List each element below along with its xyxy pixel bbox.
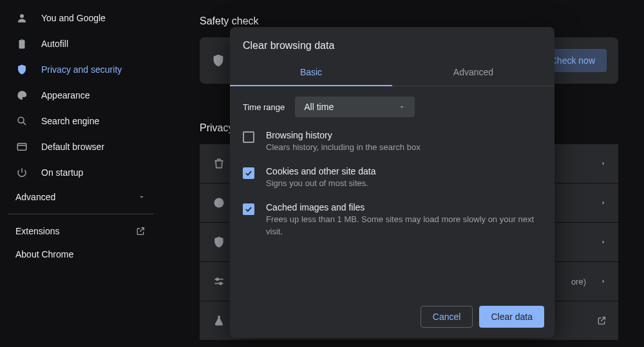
sidebar-item-label: Default browser bbox=[41, 142, 104, 152]
svg-point-8 bbox=[216, 278, 218, 280]
shield-icon bbox=[213, 236, 225, 249]
checkbox-cookies[interactable] bbox=[243, 167, 254, 179]
option-text: Cookies and other site data Signs you ou… bbox=[266, 166, 375, 189]
search-icon bbox=[15, 115, 28, 127]
checkbox-browsing-history[interactable] bbox=[243, 131, 254, 143]
option-desc: Signs you out of most sites. bbox=[266, 178, 375, 189]
sliders-icon bbox=[213, 275, 225, 288]
sidebar-about-link[interactable]: About Chrome bbox=[8, 243, 153, 266]
sidebar-item-you-and-google[interactable]: You and Google bbox=[8, 5, 153, 31]
palette-icon bbox=[15, 89, 28, 102]
option-text: Browsing history Clears history, includi… bbox=[266, 130, 421, 153]
option-text: Cached images and files Frees up less th… bbox=[266, 202, 542, 237]
sidebar-item-appearance[interactable]: Appearance bbox=[8, 82, 153, 108]
checkbox-cached-files[interactable] bbox=[243, 203, 254, 215]
chevron-right-icon bbox=[600, 160, 607, 167]
sidebar-extensions-link[interactable]: Extensions bbox=[8, 220, 153, 243]
svg-point-1 bbox=[18, 117, 24, 123]
chevron-down-icon bbox=[398, 103, 406, 111]
chevron-right-icon bbox=[600, 278, 607, 285]
cookie-icon bbox=[213, 196, 225, 209]
chevron-right-icon bbox=[600, 239, 607, 245]
open-external-icon bbox=[135, 226, 146, 236]
dialog-title: Clear browsing data bbox=[230, 27, 554, 59]
more-suffix-text: ore) bbox=[571, 277, 586, 286]
tab-basic[interactable]: Basic bbox=[230, 59, 392, 86]
sidebar-item-search-engine[interactable]: Search engine bbox=[8, 108, 153, 134]
sidebar-item-label: Autofill bbox=[41, 39, 68, 49]
tab-advanced[interactable]: Advanced bbox=[392, 59, 554, 86]
shield-check-icon bbox=[211, 53, 225, 68]
dialog-tabs: Basic Advanced bbox=[230, 59, 554, 86]
sidebar-item-label: Search engine bbox=[41, 116, 99, 126]
about-label: About Chrome bbox=[15, 249, 73, 259]
option-cached-files[interactable]: Cached images and files Frees up less th… bbox=[230, 196, 554, 243]
shield-icon bbox=[15, 63, 28, 76]
sidebar-item-label: On startup bbox=[41, 167, 83, 178]
power-icon bbox=[15, 166, 28, 179]
clear-browsing-data-dialog: Clear browsing data Basic Advanced Time … bbox=[230, 27, 554, 338]
time-range-row: Time range All time bbox=[230, 86, 554, 124]
svg-point-9 bbox=[220, 283, 222, 285]
time-range-value: All time bbox=[304, 102, 334, 112]
flask-icon bbox=[213, 314, 225, 327]
sidebar-divider bbox=[8, 214, 153, 214]
extensions-label: Extensions bbox=[15, 226, 59, 236]
option-title: Cookies and other site data bbox=[266, 166, 375, 176]
browser-icon bbox=[15, 140, 28, 153]
dialog-actions: Cancel Clear data bbox=[230, 297, 554, 338]
time-range-label: Time range bbox=[243, 102, 285, 112]
svg-line-2 bbox=[23, 122, 26, 125]
option-title: Cached images and files bbox=[266, 202, 542, 212]
svg-rect-3 bbox=[17, 144, 26, 151]
trash-icon bbox=[213, 157, 225, 170]
option-title: Browsing history bbox=[266, 130, 421, 140]
sidebar-item-default-browser[interactable]: Default browser bbox=[8, 134, 153, 160]
cancel-button[interactable]: Cancel bbox=[421, 306, 473, 328]
settings-sidebar: You and Google Autofill Privacy and secu… bbox=[0, 0, 161, 271]
advanced-label: Advanced bbox=[15, 192, 55, 202]
option-browsing-history[interactable]: Browsing history Clears history, includi… bbox=[230, 124, 554, 160]
safety-check-title: Safety check bbox=[200, 15, 618, 27]
open-external-icon bbox=[596, 315, 607, 326]
option-cookies[interactable]: Cookies and other site data Signs you ou… bbox=[230, 160, 554, 196]
chevron-right-icon bbox=[600, 200, 607, 206]
sidebar-item-on-startup[interactable]: On startup bbox=[8, 160, 153, 185]
sidebar-item-privacy-security[interactable]: Privacy and security bbox=[8, 57, 153, 82]
svg-point-0 bbox=[20, 14, 24, 18]
option-desc: Clears history, including in the search … bbox=[266, 142, 421, 153]
person-icon bbox=[15, 12, 28, 24]
sidebar-advanced-toggle[interactable]: Advanced bbox=[8, 185, 153, 209]
sidebar-item-label: Appearance bbox=[41, 90, 90, 100]
clear-data-button[interactable]: Clear data bbox=[479, 306, 544, 328]
option-desc: Frees up less than 1 MB. Some sites may … bbox=[266, 214, 542, 237]
sidebar-item-autofill[interactable]: Autofill bbox=[8, 31, 153, 57]
time-range-dropdown[interactable]: All time bbox=[295, 97, 415, 117]
sidebar-item-label: Privacy and security bbox=[41, 64, 122, 75]
sidebar-item-label: You and Google bbox=[41, 13, 106, 23]
clipboard-icon bbox=[15, 37, 28, 50]
chevron-down-icon bbox=[138, 193, 146, 201]
svg-point-5 bbox=[214, 198, 224, 208]
